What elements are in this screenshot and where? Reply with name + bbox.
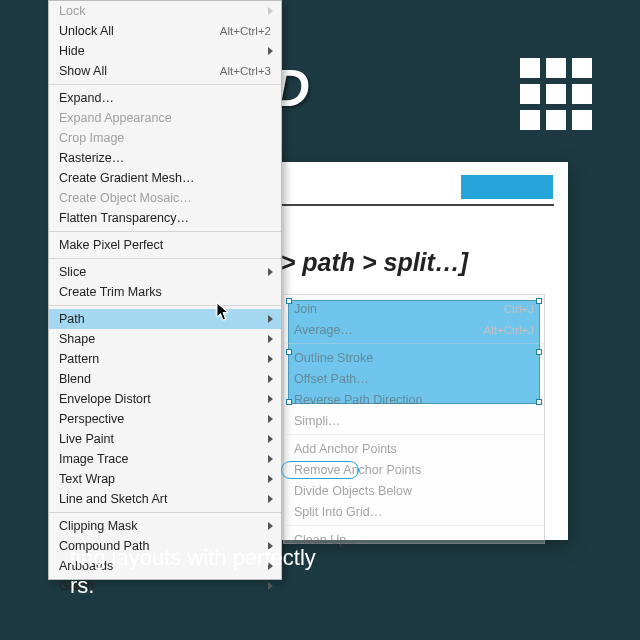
menu-item-label: Line and Sketch Art (59, 492, 271, 506)
menu-item: Lock (49, 1, 281, 21)
submenu-item-label: Average… (294, 323, 484, 337)
caption-text: ting layouts with perfectly rs. (70, 544, 590, 600)
submenu-item-shortcut: Ctrl+J (504, 303, 534, 315)
menu-item-label: Create Gradient Mesh… (59, 171, 271, 185)
submenu-item: Split Into Grid… (284, 501, 544, 522)
chevron-right-icon (268, 475, 273, 483)
submenu-item: JoinCtrl+J (284, 298, 544, 319)
menu-item[interactable]: Blend (49, 369, 281, 389)
submenu-item-label: Outline Stroke (294, 351, 534, 365)
menu-item-label: Expand… (59, 91, 271, 105)
menu-item[interactable]: Live Paint (49, 429, 281, 449)
grid-icon (520, 58, 592, 130)
menu-item[interactable]: Flatten Transparency… (49, 208, 281, 228)
submenu-item-label: Divide Objects Below (294, 484, 534, 498)
submenu-item: Add Anchor Points (284, 438, 544, 459)
chevron-right-icon (268, 335, 273, 343)
menu-separator (284, 434, 544, 435)
menu-separator (49, 231, 281, 232)
menu-item[interactable]: Expand… (49, 88, 281, 108)
menu-item-label: Make Pixel Perfect (59, 238, 271, 252)
chevron-right-icon (268, 395, 273, 403)
menu-item[interactable]: Rasterize… (49, 148, 281, 168)
menu-item-label: Live Paint (59, 432, 271, 446)
menu-item[interactable]: Slice (49, 262, 281, 282)
menu-separator (49, 305, 281, 306)
menu-item: Crop Image (49, 128, 281, 148)
chevron-right-icon (268, 315, 273, 323)
menu-item[interactable]: Make Pixel Perfect (49, 235, 281, 255)
menu-item-label: Clipping Mask (59, 519, 271, 533)
menu-item-label: Blend (59, 372, 271, 386)
menu-separator (284, 525, 544, 526)
menu-item-label: Envelope Distort (59, 392, 271, 406)
submenu-item-label: Offset Path… (294, 372, 534, 386)
chevron-right-icon (268, 47, 273, 55)
submenu-item-label: Reverse Path Direction (294, 393, 534, 407)
menu-item[interactable]: Line and Sketch Art (49, 489, 281, 509)
menu-item-label: Unlock All (59, 24, 220, 38)
menu-item-label: Crop Image (59, 131, 271, 145)
menu-item[interactable]: Perspective (49, 409, 281, 429)
menu-item[interactable]: Hide (49, 41, 281, 61)
submenu-item: Average…Alt+Ctrl+J (284, 319, 544, 340)
submenu-item-label: Add Anchor Points (294, 442, 534, 456)
menu-item-label: Path (59, 312, 271, 326)
menu-item[interactable]: Unlock AllAlt+Ctrl+2 (49, 21, 281, 41)
menu-item-label: Image Trace (59, 452, 271, 466)
chevron-right-icon (268, 7, 273, 15)
submenu-item: Divide Objects Below (284, 480, 544, 501)
caption-line: rs. (70, 573, 94, 598)
menu-item-label: Slice (59, 265, 271, 279)
menu-item-shortcut: Alt+Ctrl+2 (220, 25, 271, 37)
chevron-right-icon (268, 268, 273, 276)
menu-item[interactable]: Create Trim Marks (49, 282, 281, 302)
menu-item-label: Lock (59, 4, 271, 18)
object-menu[interactable]: LockUnlock AllAlt+Ctrl+2HideShow AllAlt+… (48, 0, 282, 580)
submenu-item-label: Simpli… (294, 414, 534, 428)
split-highlight-pill (281, 461, 359, 479)
menu-item[interactable]: Path (49, 309, 281, 329)
chevron-right-icon (268, 415, 273, 423)
menu-item[interactable]: Text Wrap (49, 469, 281, 489)
submenu-item: Outline Stroke (284, 347, 544, 368)
menu-item[interactable]: Create Gradient Mesh… (49, 168, 281, 188)
menu-item[interactable]: Pattern (49, 349, 281, 369)
canvas-highlight (461, 175, 553, 199)
menu-separator (49, 512, 281, 513)
menu-separator (284, 343, 544, 344)
menu-item-label: Pattern (59, 352, 271, 366)
path-submenu[interactable]: JoinCtrl+JAverage…Alt+Ctrl+JOutline Stro… (283, 294, 545, 544)
menu-item[interactable]: Shape (49, 329, 281, 349)
chevron-right-icon (268, 455, 273, 463)
chevron-right-icon (268, 435, 273, 443)
submenu-item: Reverse Path Direction (284, 389, 544, 410)
submenu-item-label: Split Into Grid… (294, 505, 534, 519)
submenu-item-label: Join (294, 302, 504, 316)
chevron-right-icon (268, 522, 273, 530)
submenu-item: Offset Path… (284, 368, 544, 389)
menu-item[interactable]: Clipping Mask (49, 516, 281, 536)
menu-item-label: Expand Appearance (59, 111, 271, 125)
menu-item-label: Perspective (59, 412, 271, 426)
menu-item-label: Shape (59, 332, 271, 346)
menu-separator (49, 258, 281, 259)
menu-item[interactable]: Image Trace (49, 449, 281, 469)
chevron-right-icon (268, 355, 273, 363)
caption-line: ting layouts with perfectly (70, 545, 316, 570)
menu-item-label: Show All (59, 64, 220, 78)
submenu-item: Simpli… (284, 410, 544, 431)
menu-item[interactable]: Envelope Distort (49, 389, 281, 409)
chevron-right-icon (268, 495, 273, 503)
menu-item-label: Hide (59, 44, 271, 58)
menu-item-label: Create Object Mosaic… (59, 191, 271, 205)
menu-item: Expand Appearance (49, 108, 281, 128)
menu-item[interactable]: Show AllAlt+Ctrl+3 (49, 61, 281, 81)
submenu-item-shortcut: Alt+Ctrl+J (484, 324, 535, 336)
menu-item-label: Create Trim Marks (59, 285, 271, 299)
menu-item-label: Rasterize… (59, 151, 271, 165)
menu-item-label: Flatten Transparency… (59, 211, 271, 225)
menu-item-shortcut: Alt+Ctrl+3 (220, 65, 271, 77)
menu-separator (49, 84, 281, 85)
chevron-right-icon (268, 375, 273, 383)
